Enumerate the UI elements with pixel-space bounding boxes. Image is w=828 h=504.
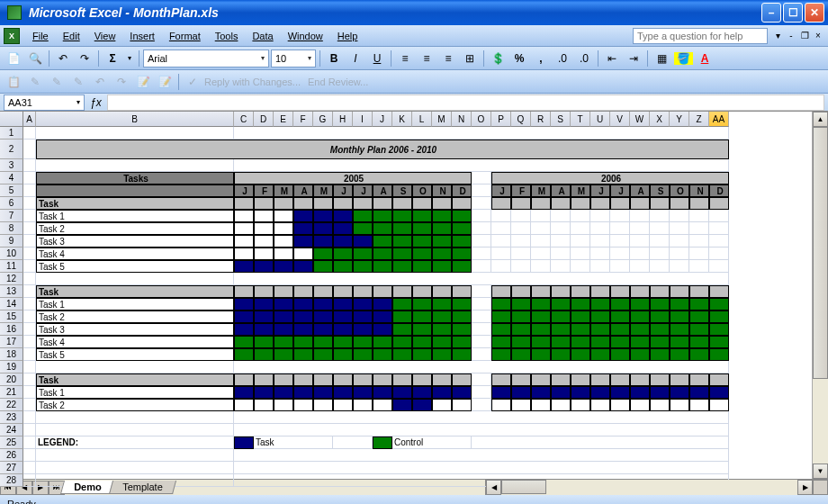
column-header[interactable]: P [491,112,511,127]
autosum-button[interactable]: Σ [103,49,122,68]
column-header[interactable]: L [412,112,432,127]
column-header[interactable]: V [610,112,630,127]
select-all-corner[interactable] [0,112,23,127]
menu-format[interactable]: Format [162,29,208,43]
row-header[interactable]: 7 [0,210,23,222]
row-header[interactable]: 21 [0,386,23,399]
help-search[interactable] [633,28,768,44]
scroll-left-button[interactable]: ◀ [486,480,501,495]
row-header[interactable]: 2 [0,140,23,159]
menu-help[interactable]: Help [330,29,365,43]
review-icon[interactable]: ✎ [25,72,45,92]
borders-button[interactable]: ▦ [652,49,671,68]
row-header[interactable]: 20 [0,374,23,386]
row-header[interactable]: 22 [0,399,23,411]
new-button[interactable]: 📄 [4,49,23,68]
row-header[interactable]: 4 [0,172,23,184]
decrease-decimal-button[interactable]: .0 [574,49,594,68]
menu-edit[interactable]: Edit [56,29,87,43]
row-header[interactable]: 15 [0,310,23,323]
column-header[interactable]: F [293,112,313,127]
review-icon[interactable]: 📋 [4,72,23,92]
scroll-right-button[interactable]: ▶ [797,480,813,495]
minimize-button[interactable]: – [761,3,781,22]
column-header[interactable]: W [630,112,650,127]
name-box[interactable]: AA31▾ [4,94,85,111]
column-header[interactable]: E [274,112,293,127]
row-header[interactable]: 8 [0,222,23,235]
column-header[interactable]: K [392,112,412,127]
column-header[interactable]: D [254,112,274,127]
currency-button[interactable]: 💲 [488,49,508,68]
column-header[interactable]: T [571,112,590,127]
row-header[interactable]: 10 [0,248,23,260]
review-icon[interactable]: ↷ [112,72,131,92]
dropdown-icon[interactable]: ▾ [124,49,135,68]
row-header[interactable]: 28 [0,474,23,487]
fill-color-button[interactable]: 🪣 [673,49,693,68]
font-color-button[interactable]: A [695,49,715,68]
undo-button[interactable]: ↶ [53,49,73,68]
menu-insert[interactable]: Insert [122,29,162,43]
row-header[interactable]: 24 [0,424,23,436]
increase-decimal-button[interactable]: .0 [553,49,572,68]
decrease-indent-button[interactable]: ⇤ [602,49,622,68]
percent-button[interactable]: % [509,49,529,68]
column-header[interactable]: J [373,112,392,127]
doc-minimize-button[interactable]: - [785,30,797,42]
row-header[interactable]: 5 [0,184,23,197]
column-header[interactable]: O [472,112,491,127]
column-header[interactable]: C [234,112,254,127]
row-header[interactable]: 13 [0,285,23,298]
column-header[interactable]: N [452,112,472,127]
app-menu-icon[interactable]: X [4,28,20,44]
menu-window[interactable]: Window [281,29,330,43]
row-header[interactable]: 23 [0,411,23,424]
comma-button[interactable]: , [531,49,551,68]
row-header[interactable]: 27 [0,462,23,474]
italic-button[interactable]: I [346,49,365,68]
column-header[interactable]: S [551,112,571,127]
row-header[interactable]: 12 [0,273,23,285]
increase-indent-button[interactable]: ⇥ [624,49,644,68]
worksheet-grid[interactable]: ABCDEFGHIJKLMNOPQRSTUVWXYZAA123456789101… [0,112,828,479]
column-header[interactable]: B [36,112,234,127]
row-header[interactable]: 25 [0,436,23,449]
scroll-down-button[interactable]: ▼ [813,464,828,479]
row-header[interactable]: 9 [0,235,23,248]
row-header[interactable]: 1 [0,127,23,140]
column-header[interactable]: A [23,112,36,127]
horizontal-scrollbar[interactable]: ◀ ▶ [486,480,828,495]
column-header[interactable]: Z [689,112,709,127]
column-header[interactable]: M [432,112,452,127]
font-size-combo[interactable]: 10▾ [271,50,316,68]
column-header[interactable]: X [650,112,670,127]
underline-button[interactable]: U [367,49,387,68]
review-icon[interactable]: ↶ [90,72,110,92]
review-icon[interactable]: 📝 [155,72,175,92]
align-right-button[interactable]: ≡ [438,49,458,68]
column-header[interactable]: H [333,112,353,127]
scroll-up-button[interactable]: ▲ [813,112,828,127]
align-left-button[interactable]: ≡ [395,49,415,68]
vertical-scrollbar[interactable]: ▲ ▼ [812,112,828,479]
menu-view[interactable]: View [87,29,123,43]
merge-center-button[interactable]: ⊞ [460,49,480,68]
print-preview-button[interactable]: 🔍 [25,49,45,68]
menu-file[interactable]: File [25,29,56,43]
row-header[interactable]: 14 [0,298,23,310]
column-header[interactable]: R [531,112,551,127]
menu-tools[interactable]: Tools [208,29,246,43]
maximize-button[interactable]: ☐ [783,3,803,22]
row-header[interactable]: 17 [0,336,23,348]
close-button[interactable]: ✕ [805,3,824,22]
column-header[interactable]: Q [511,112,531,127]
scroll-thumb[interactable] [813,127,828,379]
column-header[interactable]: I [353,112,373,127]
row-header[interactable]: 19 [0,361,23,374]
review-icon[interactable]: ✎ [68,72,88,92]
reply-changes-button[interactable]: Reply with Changes... [204,76,301,87]
row-header[interactable]: 16 [0,323,23,336]
row-header[interactable]: 26 [0,449,23,462]
column-header[interactable]: Y [670,112,689,127]
